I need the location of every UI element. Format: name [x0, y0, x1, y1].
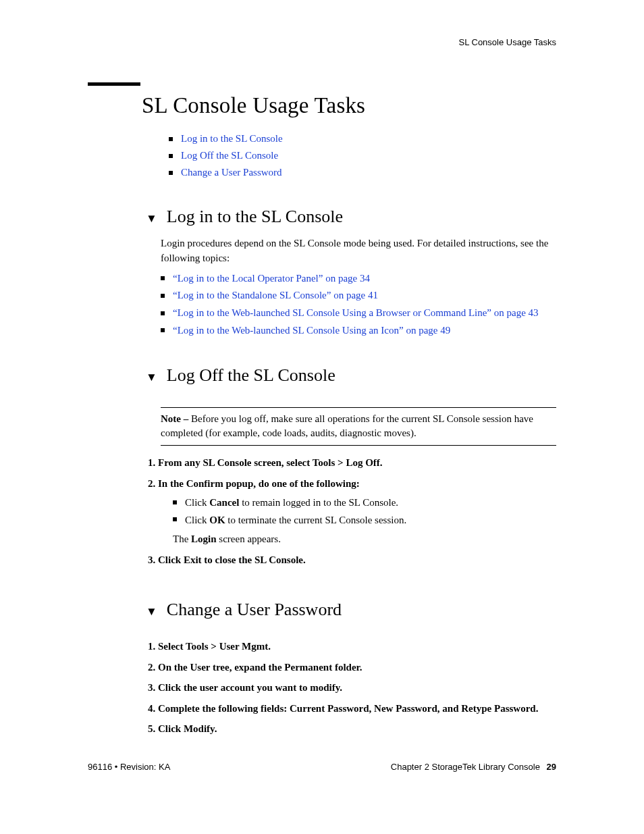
- expand-marker-icon: ▼: [146, 371, 157, 383]
- text-post: to remain logged in to the SL Console.: [239, 497, 398, 508]
- section-login-intro: Login procedures depend on the SL Consol…: [161, 236, 556, 266]
- logoff-step-2-sub-ok: Click OK to terminate the current SL Con…: [173, 513, 556, 528]
- running-header: SL Console Usage Tasks: [458, 37, 556, 47]
- note-box: Note – Before you log off, make sure all…: [161, 407, 556, 446]
- section-logoff-header: ▼ Log Off the SL Console: [142, 365, 556, 395]
- link-web-launched-browser[interactable]: “Log in to the Web-launched SL Console U…: [173, 307, 539, 318]
- page: SL Console Usage Tasks SL Console Usage …: [0, 0, 644, 834]
- password-steps: Select Tools > User Mgmt. On the User tr…: [142, 639, 556, 737]
- section-login-header: ▼ Log in to the SL Console: [142, 207, 556, 236]
- expand-marker-icon: ▼: [146, 606, 157, 617]
- text-pre: Click: [185, 497, 209, 508]
- logoff-steps: From any SL Console screen, select Tools…: [142, 455, 556, 567]
- section-logoff-heading: Log Off the SL Console: [167, 365, 336, 386]
- section-login-links: “Log in to the Local Operator Panel” on …: [161, 271, 556, 338]
- toc-link-password[interactable]: Change a User Password: [181, 167, 282, 178]
- toc-list: Log in to the SL Console Log Off the SL …: [169, 132, 556, 180]
- link-local-operator-panel[interactable]: “Log in to the Local Operator Panel” on …: [173, 273, 370, 284]
- text-bold: Login: [191, 533, 217, 544]
- page-number: 29: [547, 762, 556, 772]
- toc-link-login[interactable]: Log in to the SL Console: [181, 133, 283, 144]
- password-step-1: Select Tools > User Mgmt.: [158, 639, 556, 654]
- section-password-header: ▼ Change a User Password: [142, 600, 556, 629]
- toc-link-logoff[interactable]: Log Off the SL Console: [181, 150, 278, 161]
- footer-left: 96116 • Revision: KA: [88, 762, 170, 772]
- text-post: to terminate the current SL Console sess…: [225, 515, 407, 525]
- password-step-5: Click Modify.: [158, 721, 556, 737]
- link-standalone-console[interactable]: “Log in to the Standalone SL Console” on…: [173, 290, 378, 301]
- note-label: Note –: [161, 413, 191, 424]
- text-pre: Click: [185, 515, 209, 525]
- text-pre: The: [173, 533, 191, 544]
- content-area: SL Console Usage Tasks Log in to the SL …: [142, 93, 556, 742]
- logoff-step-2: In the Confirm popup, do one of the foll…: [158, 476, 556, 547]
- text-bold: Cancel: [209, 497, 239, 508]
- note-body: Before you log off, make sure all operat…: [161, 413, 533, 439]
- footer-chapter: Chapter 2 StorageTek Library Console: [391, 762, 540, 772]
- logoff-step-1: From any SL Console screen, select Tools…: [158, 455, 556, 471]
- text-bold: OK: [209, 515, 225, 525]
- page-footer: 96116 • Revision: KA Chapter 2 StorageTe…: [88, 762, 556, 772]
- password-step-4: Complete the following fields: Current P…: [158, 701, 556, 716]
- text-post: screen appears.: [217, 533, 281, 544]
- footer-right: Chapter 2 StorageTek Library Console 29: [391, 762, 556, 772]
- logoff-step-2-sublist: Click Cancel to remain logged in to the …: [173, 495, 556, 527]
- section-login-heading: Log in to the SL Console: [167, 207, 343, 227]
- logoff-step-2-result: The Login screen appears.: [173, 531, 556, 547]
- section-rule: [88, 82, 140, 86]
- logoff-step-2-sub-cancel: Click Cancel to remain logged in to the …: [173, 495, 556, 511]
- password-step-3: Click the user account you want to modif…: [158, 680, 556, 696]
- link-web-launched-icon[interactable]: “Log in to the Web-launched SL Console U…: [173, 325, 450, 336]
- page-title: SL Console Usage Tasks: [142, 93, 556, 118]
- password-step-2: On the User tree, expand the Permanent f…: [158, 660, 556, 675]
- logoff-step-3: Click Exit to close the SL Console.: [158, 552, 556, 568]
- expand-marker-icon: ▼: [146, 213, 157, 224]
- section-password-heading: Change a User Password: [167, 600, 342, 620]
- logoff-step-2-text: In the Confirm popup, do one of the foll…: [158, 478, 360, 489]
